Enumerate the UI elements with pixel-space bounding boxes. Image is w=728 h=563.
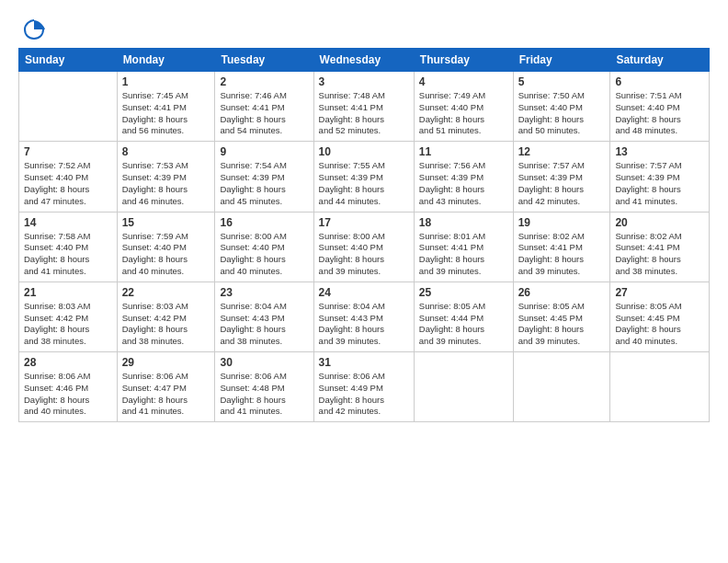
calendar-cell: 18Sunrise: 8:01 AM Sunset: 4:41 PM Dayli… [414,212,513,282]
calendar-cell: 19Sunrise: 8:02 AM Sunset: 4:41 PM Dayli… [513,212,610,282]
weekday-header-monday: Monday [117,49,215,72]
day-info: Sunrise: 7:56 AM Sunset: 4:39 PM Dayligh… [419,160,508,207]
calendar-cell: 13Sunrise: 7:57 AM Sunset: 4:39 PM Dayli… [610,142,710,212]
day-number: 18 [419,216,508,229]
day-info: Sunrise: 7:59 AM Sunset: 4:40 PM Dayligh… [122,231,210,278]
calendar-cell: 31Sunrise: 8:06 AM Sunset: 4:49 PM Dayli… [313,352,414,422]
week-row-2: 14Sunrise: 7:58 AM Sunset: 4:40 PM Dayli… [19,212,710,282]
calendar-cell [610,352,710,422]
calendar-cell: 9Sunrise: 7:54 AM Sunset: 4:39 PM Daylig… [215,142,313,212]
calendar-cell: 6Sunrise: 7:51 AM Sunset: 4:40 PM Daylig… [610,72,710,142]
calendar-cell: 20Sunrise: 8:02 AM Sunset: 4:41 PM Dayli… [610,212,710,282]
day-number: 8 [122,145,210,158]
weekday-header-friday: Friday [513,49,610,72]
week-row-0: 1Sunrise: 7:45 AM Sunset: 4:41 PM Daylig… [19,72,710,142]
day-number: 12 [518,145,606,158]
day-number: 7 [24,145,112,158]
calendar-cell: 25Sunrise: 8:05 AM Sunset: 4:44 PM Dayli… [414,282,513,351]
calendar-cell: 11Sunrise: 7:56 AM Sunset: 4:39 PM Dayli… [414,142,513,212]
day-number: 27 [615,286,704,299]
calendar-cell: 26Sunrise: 8:05 AM Sunset: 4:45 PM Dayli… [513,282,610,351]
day-number: 11 [419,145,508,158]
day-number: 15 [122,216,210,229]
day-info: Sunrise: 7:51 AM Sunset: 4:40 PM Dayligh… [615,90,704,137]
calendar-cell: 4Sunrise: 7:49 AM Sunset: 4:40 PM Daylig… [414,72,513,142]
day-info: Sunrise: 7:57 AM Sunset: 4:39 PM Dayligh… [615,160,704,207]
day-number: 21 [24,286,112,299]
calendar: SundayMondayTuesdayWednesdayThursdayFrid… [18,48,710,422]
day-info: Sunrise: 8:04 AM Sunset: 4:43 PM Dayligh… [319,301,409,348]
day-info: Sunrise: 7:53 AM Sunset: 4:39 PM Dayligh… [122,160,210,207]
weekday-header-thursday: Thursday [414,49,513,72]
day-number: 20 [615,216,704,229]
calendar-cell: 15Sunrise: 7:59 AM Sunset: 4:40 PM Dayli… [117,212,215,282]
day-info: Sunrise: 8:02 AM Sunset: 4:41 PM Dayligh… [518,231,606,278]
day-info: Sunrise: 7:50 AM Sunset: 4:40 PM Dayligh… [518,90,606,137]
calendar-cell: 21Sunrise: 8:03 AM Sunset: 4:42 PM Dayli… [19,282,118,351]
calendar-cell: 12Sunrise: 7:57 AM Sunset: 4:39 PM Dayli… [513,142,610,212]
weekday-header-saturday: Saturday [610,49,710,72]
day-info: Sunrise: 8:03 AM Sunset: 4:42 PM Dayligh… [24,301,112,348]
weekday-header-row: SundayMondayTuesdayWednesdayThursdayFrid… [19,49,710,72]
day-number: 3 [319,75,409,88]
day-info: Sunrise: 7:55 AM Sunset: 4:39 PM Dayligh… [319,160,409,207]
calendar-cell: 8Sunrise: 7:53 AM Sunset: 4:39 PM Daylig… [117,142,215,212]
calendar-cell: 3Sunrise: 7:48 AM Sunset: 4:41 PM Daylig… [313,72,414,142]
calendar-cell: 10Sunrise: 7:55 AM Sunset: 4:39 PM Dayli… [313,142,414,212]
day-info: Sunrise: 8:06 AM Sunset: 4:49 PM Dayligh… [319,371,409,418]
day-info: Sunrise: 7:58 AM Sunset: 4:40 PM Dayligh… [24,231,112,278]
day-number: 26 [518,286,606,299]
day-info: Sunrise: 7:54 AM Sunset: 4:39 PM Dayligh… [220,160,308,207]
calendar-cell: 17Sunrise: 8:00 AM Sunset: 4:40 PM Dayli… [313,212,414,282]
day-number: 1 [122,75,210,88]
day-number: 4 [419,75,508,88]
day-number: 13 [615,145,704,158]
day-number: 23 [220,286,308,299]
day-info: Sunrise: 8:05 AM Sunset: 4:45 PM Dayligh… [615,301,704,348]
day-number: 24 [319,286,409,299]
calendar-cell: 14Sunrise: 7:58 AM Sunset: 4:40 PM Dayli… [19,212,118,282]
calendar-cell: 28Sunrise: 8:06 AM Sunset: 4:46 PM Dayli… [19,352,118,422]
calendar-cell: 7Sunrise: 7:52 AM Sunset: 4:40 PM Daylig… [19,142,118,212]
day-info: Sunrise: 7:57 AM Sunset: 4:39 PM Dayligh… [518,160,606,207]
weekday-header-tuesday: Tuesday [215,49,313,72]
day-info: Sunrise: 8:00 AM Sunset: 4:40 PM Dayligh… [319,231,409,278]
weekday-header-wednesday: Wednesday [313,49,414,72]
day-info: Sunrise: 7:49 AM Sunset: 4:40 PM Dayligh… [419,90,508,137]
day-number: 14 [24,216,112,229]
day-number: 31 [319,356,409,369]
day-number: 17 [319,216,409,229]
week-row-3: 21Sunrise: 8:03 AM Sunset: 4:42 PM Dayli… [19,282,710,351]
calendar-cell [414,352,513,422]
calendar-cell: 2Sunrise: 7:46 AM Sunset: 4:41 PM Daylig… [215,72,313,142]
day-info: Sunrise: 8:01 AM Sunset: 4:41 PM Dayligh… [419,231,508,278]
day-number: 6 [615,75,704,88]
day-number: 19 [518,216,606,229]
day-number: 10 [319,145,409,158]
day-info: Sunrise: 8:00 AM Sunset: 4:40 PM Dayligh… [220,231,308,278]
day-number: 2 [220,75,308,88]
calendar-cell: 30Sunrise: 8:06 AM Sunset: 4:48 PM Dayli… [215,352,313,422]
day-info: Sunrise: 8:05 AM Sunset: 4:45 PM Dayligh… [518,301,606,348]
day-info: Sunrise: 7:52 AM Sunset: 4:40 PM Dayligh… [24,160,112,207]
header [18,17,710,42]
calendar-cell: 27Sunrise: 8:05 AM Sunset: 4:45 PM Dayli… [610,282,710,351]
day-number: 30 [220,356,308,369]
day-number: 9 [220,145,308,158]
calendar-cell: 29Sunrise: 8:06 AM Sunset: 4:47 PM Dayli… [117,352,215,422]
week-row-4: 28Sunrise: 8:06 AM Sunset: 4:46 PM Dayli… [19,352,710,422]
day-info: Sunrise: 8:05 AM Sunset: 4:44 PM Dayligh… [419,301,508,348]
day-info: Sunrise: 7:45 AM Sunset: 4:41 PM Dayligh… [122,90,210,137]
day-info: Sunrise: 7:46 AM Sunset: 4:41 PM Dayligh… [220,90,308,137]
day-number: 28 [24,356,112,369]
logo-icon [21,17,47,42]
week-row-1: 7Sunrise: 7:52 AM Sunset: 4:40 PM Daylig… [19,142,710,212]
day-number: 22 [122,286,210,299]
calendar-cell [513,352,610,422]
calendar-cell: 23Sunrise: 8:04 AM Sunset: 4:43 PM Dayli… [215,282,313,351]
calendar-cell: 1Sunrise: 7:45 AM Sunset: 4:41 PM Daylig… [117,72,215,142]
day-info: Sunrise: 8:02 AM Sunset: 4:41 PM Dayligh… [615,231,704,278]
page: SundayMondayTuesdayWednesdayThursdayFrid… [0,0,728,431]
logo [18,17,47,42]
day-number: 25 [419,286,508,299]
